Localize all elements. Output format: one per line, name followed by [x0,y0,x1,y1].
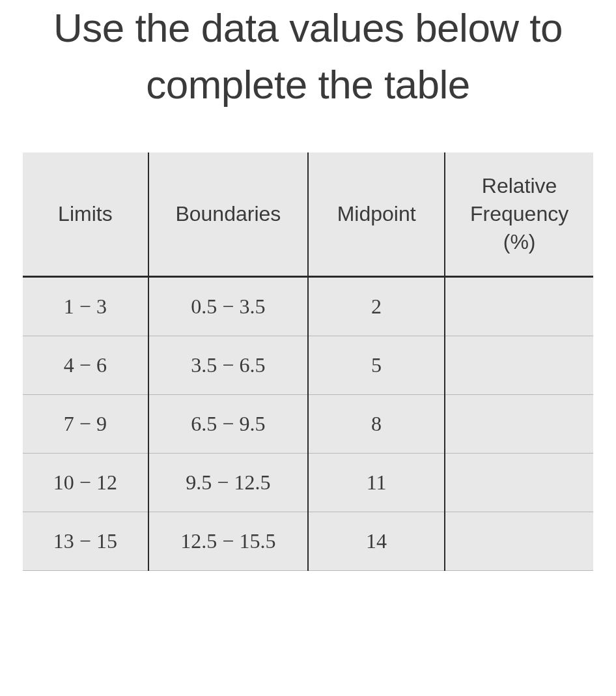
cell-rel-freq [445,277,593,336]
cell-boundaries: 0.5 − 3.5 [148,277,308,336]
table-row: 13 − 15 12.5 − 15.5 14 [23,512,593,571]
col-header-midpoint: Midpoint [308,152,445,277]
table-header-row: Limits Boundaries Midpoint Relative Freq… [23,152,593,277]
table-row: 7 − 9 6.5 − 9.5 8 [23,395,593,454]
cell-limits: 1 − 3 [23,277,148,336]
cell-boundaries: 6.5 − 9.5 [148,395,308,454]
cell-midpoint: 14 [308,512,445,571]
page-title: Use the data values below to complete th… [23,0,593,113]
col-header-rel-freq: Relative Frequency (%) [445,152,593,277]
cell-limits: 13 − 15 [23,512,148,571]
table-row: 1 − 3 0.5 − 3.5 2 [23,277,593,336]
cell-rel-freq [445,454,593,512]
cell-midpoint: 2 [308,277,445,336]
cell-rel-freq [445,395,593,454]
cell-boundaries: 12.5 − 15.5 [148,512,308,571]
col-header-limits: Limits [23,152,148,277]
table-row: 4 − 6 3.5 − 6.5 5 [23,336,593,395]
cell-boundaries: 9.5 − 12.5 [148,454,308,512]
cell-limits: 7 − 9 [23,395,148,454]
cell-limits: 4 − 6 [23,336,148,395]
cell-rel-freq [445,336,593,395]
frequency-table: Limits Boundaries Midpoint Relative Freq… [23,152,593,572]
cell-boundaries: 3.5 − 6.5 [148,336,308,395]
cell-midpoint: 5 [308,336,445,395]
cell-midpoint: 11 [308,454,445,512]
cell-limits: 10 − 12 [23,454,148,512]
cell-midpoint: 8 [308,395,445,454]
cell-rel-freq [445,512,593,571]
col-header-boundaries: Boundaries [148,152,308,277]
table-row: 10 − 12 9.5 − 12.5 11 [23,454,593,512]
